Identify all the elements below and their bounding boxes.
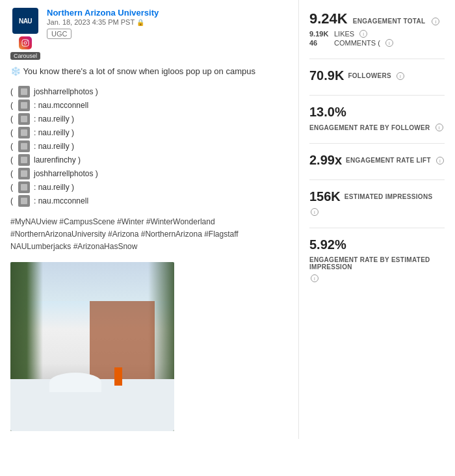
engagement-total-value: 9.24K [309, 10, 348, 27]
followers-label: FOLLOWERS [348, 72, 391, 79]
user-avatar [18, 154, 30, 166]
followers-info-icon[interactable]: i [396, 72, 404, 80]
list-item: ( : nau.reilly ) [10, 113, 288, 125]
list-item: ( : nau.mcconnell [10, 195, 288, 207]
followers-row: 70.9K FOLLOWERS i [309, 68, 445, 83]
divider-4 [309, 179, 445, 180]
engagement-total-label: ENGAGEMENT TOTAL [353, 18, 426, 25]
svg-rect-10 [21, 184, 27, 191]
snow-mound [49, 373, 101, 392]
svg-rect-5 [21, 116, 27, 122]
engagement-rate-impression-label: ENGAGEMENT RATE BY ESTIMATED IMPRESSION [309, 256, 445, 271]
post-header: NAU Carousel Northern Arizona University… [10, 8, 288, 60]
divider-5 [309, 228, 445, 228]
svg-point-1 [24, 42, 27, 44]
svg-rect-4 [21, 102, 27, 109]
post-meta: Northern Arizona University Jan. 18, 202… [47, 8, 288, 39]
instagram-icon [19, 36, 32, 49]
engagement-rate-lift-block: 2.99x ENGAGEMENT RATE LIFT i [309, 153, 445, 168]
carousel-badge: Carousel [10, 52, 40, 60]
engagement-total-info-icon[interactable]: i [432, 18, 439, 25]
account-name[interactable]: Northern Arizona University [47, 8, 288, 18]
user-avatar [18, 113, 30, 125]
engagement-rate-lift-info-icon[interactable]: i [436, 157, 444, 165]
list-item: ( joshharrellphotos ) [10, 86, 288, 98]
likes-label: LIKES [334, 30, 354, 38]
list-item: ( laurenfinchy ) [10, 154, 288, 166]
comments-label: COMMENTS ( [334, 39, 380, 47]
person-figure [114, 367, 122, 386]
divider-3 [309, 143, 445, 144]
engagement-rate-follower-row: 13.0% ENGAGEMENT RATE BY FOLLOWER i [309, 105, 445, 131]
svg-rect-9 [21, 170, 27, 177]
list-item: ( joshharrellphotos ) [10, 168, 288, 179]
svg-rect-11 [21, 198, 27, 204]
user-avatar [18, 168, 30, 179]
user-avatar [18, 127, 30, 139]
engagement-rate-lift-row: 2.99x ENGAGEMENT RATE LIFT i [309, 153, 445, 168]
svg-rect-6 [21, 129, 27, 136]
engagement-rate-follower-label: ENGAGEMENT RATE BY FOLLOWER [309, 124, 430, 131]
estimated-impressions-label: ESTIMATED IMPRESSIONS [344, 193, 433, 200]
engagement-rate-lift-label: ENGAGEMENT RATE LIFT [346, 157, 431, 164]
list-item: ( : nau.reilly ) [10, 181, 288, 193]
post-date: Jan. 18, 2023 4:35 PM PST 🔒 [47, 18, 288, 26]
engagement-rate-impression-info-icon[interactable]: i [311, 274, 318, 282]
svg-rect-7 [21, 143, 27, 150]
likes-row: 9.19K LIKES i [309, 30, 445, 38]
right-panel: 9.24K ENGAGEMENT TOTAL i 9.19K LIKES i 4… [299, 0, 455, 439]
list-item: ( : nau.mcconnell [10, 99, 288, 111]
sub-metrics: 9.19K LIKES i 46 COMMENTS ( i [309, 30, 445, 47]
divider-1 [309, 59, 445, 59]
user-avatar [18, 140, 30, 152]
user-avatar [18, 86, 30, 98]
comments-info-icon[interactable]: i [385, 39, 393, 47]
followers-value: 70.9K [309, 68, 344, 83]
engagement-rate-impression-block: 5.92% ENGAGEMENT RATE BY ESTIMATED IMPRE… [309, 237, 445, 282]
likes-info-icon[interactable]: i [359, 30, 367, 38]
estimated-impressions-value: 156K [309, 189, 341, 204]
engagement-total-row: 9.24K ENGAGEMENT TOTAL i [309, 10, 445, 27]
svg-rect-8 [21, 157, 27, 163]
comments-row: 46 COMMENTS ( i [309, 39, 445, 47]
user-avatar [18, 99, 30, 111]
engagement-rate-follower-value: 13.0% [309, 105, 346, 120]
post-image [10, 262, 174, 431]
user-avatar [18, 181, 30, 193]
engagement-total-block: 9.24K ENGAGEMENT TOTAL i 9.19K LIKES i 4… [309, 10, 445, 47]
list-item: ( : nau.reilly ) [10, 127, 288, 139]
comments-value: 46 [309, 39, 330, 47]
engagement-rate-lift-value: 2.99x [309, 153, 342, 168]
engagement-rate-follower-block: 13.0% ENGAGEMENT RATE BY FOLLOWER i [309, 105, 445, 131]
list-item: ( : nau.reilly ) [10, 140, 288, 152]
estimated-impressions-info-icon[interactable]: i [311, 208, 318, 216]
svg-rect-3 [21, 88, 27, 95]
estimated-impressions-block: 156K ESTIMATED IMPRESSIONS i [309, 189, 445, 216]
svg-point-2 [27, 40, 28, 42]
engagement-rate-impression-row: 5.92% ENGAGEMENT RATE BY ESTIMATED IMPRE… [309, 237, 445, 282]
hashtags: #MyNAUview #CampusScene #Winter #WinterW… [10, 216, 288, 254]
engagement-rate-follower-info-icon[interactable]: i [436, 124, 443, 131]
post-caption: ❄️ You know there's a lot of snow when i… [10, 65, 288, 78]
engagement-rate-impression-value: 5.92% [309, 237, 346, 252]
tagged-users: ( joshharrellphotos ) ( : nau.mcconnell … [10, 86, 288, 207]
followers-block: 70.9K FOLLOWERS i [309, 68, 445, 83]
ugc-tag: UGC [47, 29, 72, 39]
divider-2 [309, 95, 445, 96]
likes-value: 9.19K [309, 30, 330, 38]
avatar-block: NAU Carousel [10, 8, 40, 60]
avatar: NAU [12, 8, 38, 34]
user-avatar [18, 195, 30, 207]
lock-icon: 🔒 [136, 19, 144, 26]
left-panel: NAU Carousel Northern Arizona University… [0, 0, 299, 439]
estimated-impressions-row: 156K ESTIMATED IMPRESSIONS i [309, 189, 445, 216]
